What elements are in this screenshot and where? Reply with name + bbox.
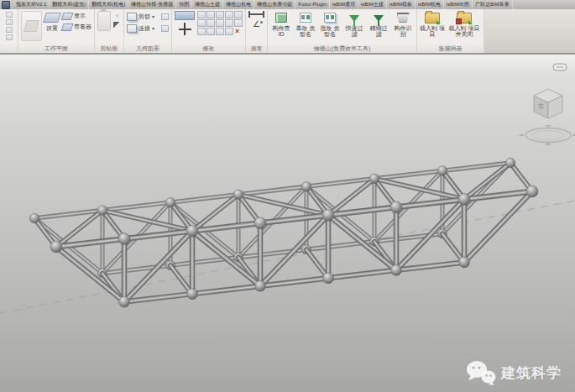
ribbon-tab-14[interactable]: isBIM出图 <box>444 0 473 9</box>
modify-tool-icon[interactable] <box>197 19 206 27</box>
rename-single-button[interactable]: 单改 类型名 <box>295 11 316 37</box>
disabled-big-button <box>21 11 42 41</box>
cut-geometry-button[interactable]: 剪切 ▾ <box>127 11 169 22</box>
ribbon-tab-1[interactable]: 预装大师V2.1 <box>13 0 50 9</box>
rename-batch-button[interactable]: 批改 类型名 <box>319 11 341 37</box>
ghost-plane-icon <box>24 20 39 32</box>
panel-measure: ∠ 测量 <box>246 9 268 53</box>
ribbon-tab-3[interactable]: 翻模大师(机电) <box>89 0 128 9</box>
quick-filter-label: 快速过滤 <box>343 25 365 37</box>
folder-load-icon <box>425 13 440 24</box>
load-into-project-close-label: 载入到 项目并关闭 <box>447 25 481 37</box>
modify-tool-icon[interactable] <box>216 19 224 27</box>
viewcube[interactable]: 前 <box>520 89 575 145</box>
watermark: 建筑科学 <box>466 360 562 385</box>
load-into-project-button[interactable]: 载入到 项目 <box>420 11 445 37</box>
folder-load-close-icon <box>457 13 472 24</box>
ribbon-tab-10[interactable]: isBIM通用 <box>330 0 358 9</box>
match-type-icon[interactable] <box>113 22 121 29</box>
panel-clipboard-label: 剪贴板 <box>95 44 123 53</box>
ribbon-tab-6[interactable]: 橄榄山土建 <box>192 0 223 9</box>
query-id-label: 构件查ID <box>270 25 292 37</box>
ribbon-tab-15[interactable]: 广联达BIM算量 <box>473 0 513 9</box>
panel-modify: 修改 <box>172 9 246 53</box>
compass-inner-ring <box>532 131 564 140</box>
fine-filter-label: 精细过滤 <box>368 25 389 37</box>
ribbon-tab-4[interactable]: 橄榄山快模-免费版 <box>128 0 176 9</box>
modify-tool-icon[interactable] <box>197 28 206 35</box>
modify-tool-icon[interactable] <box>197 11 206 18</box>
ribbon-tab-2[interactable]: 翻模大师(建筑) <box>50 0 89 9</box>
modify-tool-icon[interactable] <box>216 11 224 18</box>
small-tool-icon-4[interactable] <box>6 34 13 40</box>
panel-workplane-label: 工作平面 <box>18 44 94 53</box>
watermark-text: 建筑科学 <box>501 363 562 383</box>
small-tool-icon-1[interactable] <box>6 12 13 18</box>
chevron-down-icon[interactable]: ▾ <box>152 25 154 31</box>
panel-glodon-tools: 构件查ID 单改 类型名 批改 类型名 快速过滤 精细过滤 <box>268 9 417 53</box>
panel-family-editor: 载入到 项目 载入到 项目并关闭 族编辑器 <box>417 9 484 53</box>
geometry-extra-icon-1[interactable] <box>161 13 169 20</box>
measure-distance-icon[interactable] <box>248 11 264 18</box>
viewer-icon <box>61 24 74 31</box>
ribbon-tab-5[interactable]: 快图 <box>176 0 192 9</box>
modify-tool-icon[interactable] <box>206 19 215 27</box>
load-into-project-label: 载入到 项目 <box>420 25 445 37</box>
query-id-icon <box>275 13 287 23</box>
join-geometry-button[interactable]: 连接 ▾ <box>127 23 169 34</box>
move-icon[interactable] <box>179 23 191 35</box>
measure-angle-icon[interactable]: ∠ <box>253 20 260 29</box>
viewport-3d[interactable]: 前 建筑科学 <box>0 54 575 392</box>
modify-tool-icon[interactable] <box>225 28 233 35</box>
rename-single-label: 单改 类型名 <box>295 25 316 37</box>
fine-filter-button[interactable]: 精细过滤 <box>368 11 389 37</box>
element-recognize-label: 构件识别 <box>392 25 414 37</box>
modify-tool-icon[interactable] <box>225 11 233 18</box>
modify-tool-icon[interactable] <box>206 11 215 18</box>
quick-filter-button[interactable]: 快速过滤 <box>343 11 365 37</box>
join-geometry-label: 连接 <box>139 24 150 33</box>
panel-geometry: 剪切 ▾ 连接 ▾ 几何图形 <box>124 9 172 53</box>
modify-tool-icon[interactable] <box>216 28 224 35</box>
steering-wheel-control[interactable] <box>553 64 567 71</box>
close-badge-icon <box>456 18 462 24</box>
ribbon-tab-9[interactable]: Fuzor Plugin <box>295 0 330 9</box>
small-tool-icon-2[interactable] <box>6 19 13 25</box>
truss-model[interactable] <box>29 158 538 307</box>
align-icon[interactable] <box>175 11 195 20</box>
delete-icon[interactable] <box>234 28 243 35</box>
panel-family-editor-label: 族编辑器 <box>417 44 484 53</box>
modify-tool-icon[interactable] <box>234 11 243 18</box>
workplane-icon <box>43 13 61 23</box>
panel-measure-label: 测量 <box>246 44 267 53</box>
modify-tool-icon[interactable] <box>225 19 233 27</box>
ribbon-tab-13[interactable]: isBIM机电 <box>416 0 444 9</box>
chevron-down-icon[interactable]: ▾ <box>152 13 154 19</box>
ribbon-tab-7[interactable]: 橄榄山机电 <box>223 0 254 9</box>
show-workplane-label: 显示 <box>74 12 86 20</box>
modify-tool-grid <box>197 11 243 35</box>
set-workplane-button[interactable]: 设置 <box>44 11 60 31</box>
modify-tool-icon[interactable] <box>234 19 243 27</box>
element-recognize-button[interactable]: 构件识别 <box>392 11 414 37</box>
show-workplane-button[interactable]: 显示 <box>62 11 91 21</box>
rename-single-icon <box>300 13 311 23</box>
cut-icon: × <box>115 13 119 19</box>
app-icon[interactable] <box>2 1 10 9</box>
load-into-project-close-button[interactable]: 载入到 项目并关闭 <box>447 11 481 37</box>
geometry-extra-icon-2[interactable] <box>161 25 169 32</box>
small-tool-icon-3[interactable] <box>6 27 13 33</box>
set-workplane-label: 设置 <box>46 25 58 31</box>
ribbon-tab-8[interactable]: 橄榄山免费功能 <box>254 0 295 9</box>
cut-geometry-icon <box>127 13 137 21</box>
modify-tool-icon[interactable] <box>206 28 215 35</box>
ribbon-tab-12[interactable]: isBIM模板 <box>387 0 416 9</box>
ribbon-tab-11[interactable]: isBIM土建 <box>358 0 387 9</box>
cut-geometry-label: 剪切 <box>139 13 150 21</box>
panel-left-stub <box>0 9 18 53</box>
query-id-button[interactable]: 构件查ID <box>270 11 292 37</box>
paste-icon <box>97 11 111 31</box>
viewer-button[interactable]: 查看器 <box>62 22 91 32</box>
rename-batch-icon <box>324 13 336 23</box>
application-window: 预装大师V2.1翻模大师(建筑)翻模大师(机电)橄榄山快模-免费版快图橄榄山土建… <box>0 0 575 392</box>
